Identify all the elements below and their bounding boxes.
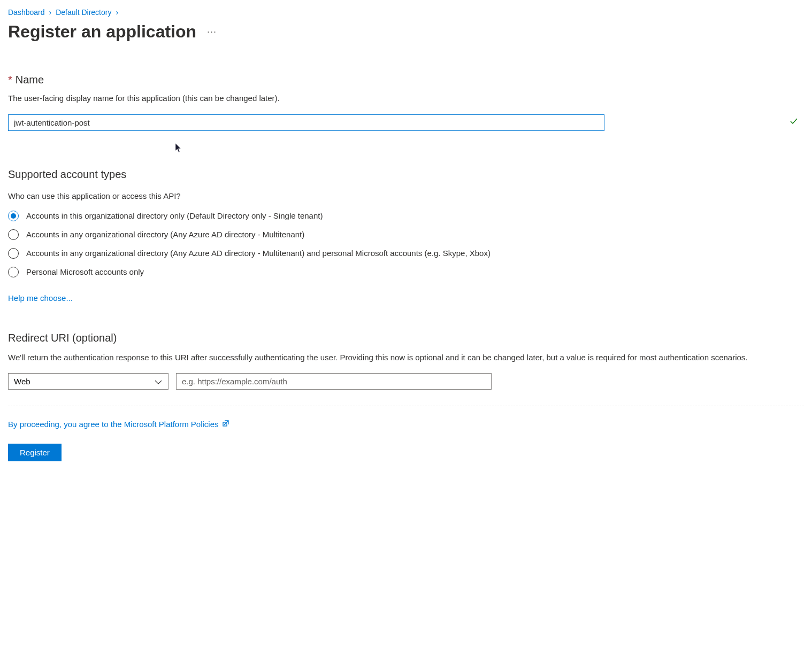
redirect-uri-inputs: Web <box>8 373 804 390</box>
radio-multitenant[interactable]: Accounts in any organizational directory… <box>8 229 804 240</box>
redirect-uri-section: Redirect URI (optional) We'll return the… <box>8 332 804 390</box>
radio-label: Accounts in any organizational directory… <box>26 229 304 240</box>
radio-icon <box>8 229 19 240</box>
radio-icon <box>8 211 19 221</box>
page-title: Register an application <box>8 22 196 42</box>
platform-select-wrapper: Web <box>8 373 168 390</box>
more-icon[interactable]: ··· <box>207 26 217 37</box>
title-row: Register an application ··· <box>8 22 804 42</box>
breadcrumb: Dashboard › Default Directory › <box>8 8 804 17</box>
checkmark-icon <box>790 118 798 127</box>
redirect-uri-description: We'll return the authentication response… <box>8 352 804 364</box>
name-description: The user-facing display name for this ap… <box>8 92 804 105</box>
redirect-uri-heading: Redirect URI (optional) <box>8 332 804 344</box>
radio-multitenant-personal[interactable]: Accounts in any organizational directory… <box>8 247 804 259</box>
name-label: * Name <box>8 74 804 86</box>
name-label-text: Name <box>16 74 44 86</box>
platform-select[interactable]: Web <box>8 373 168 390</box>
radio-single-tenant[interactable]: Accounts in this organizational director… <box>8 210 804 221</box>
cursor-pointer-icon <box>175 143 183 153</box>
chevron-right-icon: › <box>49 8 52 17</box>
external-link-icon <box>222 420 229 429</box>
help-me-choose-link[interactable]: Help me choose... <box>8 293 73 303</box>
radio-label: Accounts in this organizational director… <box>26 210 323 221</box>
account-types-section: Supported account types Who can use this… <box>8 168 804 332</box>
radio-personal-only[interactable]: Personal Microsoft accounts only <box>8 266 804 277</box>
breadcrumb-link-directory[interactable]: Default Directory <box>56 8 111 17</box>
register-button[interactable]: Register <box>8 444 62 461</box>
radio-label: Accounts in any organizational directory… <box>26 247 491 259</box>
name-input[interactable] <box>8 114 604 131</box>
account-types-heading: Supported account types <box>8 168 804 181</box>
required-asterisk: * <box>8 74 12 86</box>
account-types-question: Who can use this application or access t… <box>8 191 804 200</box>
divider <box>8 406 804 406</box>
redirect-uri-input[interactable] <box>176 373 492 390</box>
breadcrumb-link-dashboard[interactable]: Dashboard <box>8 8 45 17</box>
radio-icon <box>8 267 19 277</box>
radio-label: Personal Microsoft accounts only <box>26 266 144 277</box>
name-input-wrapper <box>8 114 804 131</box>
account-types-radio-group: Accounts in this organizational director… <box>8 210 804 277</box>
platform-policies-link[interactable]: By proceeding, you agree to the Microsof… <box>8 420 229 429</box>
policies-link-text: By proceeding, you agree to the Microsof… <box>8 420 219 429</box>
name-section: * Name The user-facing display name for … <box>8 74 804 131</box>
chevron-right-icon: › <box>116 8 118 17</box>
radio-icon <box>8 248 19 259</box>
